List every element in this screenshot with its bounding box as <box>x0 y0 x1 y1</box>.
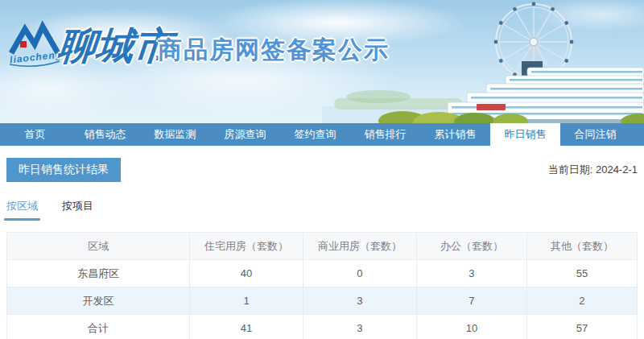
table-cell: 合计 <box>7 315 190 339</box>
nav-item-sales-trends[interactable]: 销售动态 <box>70 123 140 146</box>
column-header: 住宅用房（套数） <box>190 233 303 260</box>
site-header: liaocheng 聊城市 商品房网签备案公示 <box>0 0 644 123</box>
nav-item-home[interactable]: 首页 <box>0 123 70 146</box>
column-header: 商业用房（套数） <box>303 233 417 260</box>
building-sign <box>477 104 506 110</box>
sales-table-body: 东昌府区400355开发区1372合计4131057 <box>7 260 638 339</box>
column-header: 办公（套数） <box>416 233 526 260</box>
table-cell: 3 <box>303 287 417 315</box>
table-cell: 1 <box>190 287 303 315</box>
table-cell: 东昌府区 <box>7 260 190 287</box>
table-row: 开发区1372 <box>7 287 638 315</box>
tab-by-region[interactable]: 按区域 <box>6 199 38 221</box>
section-title-badge: 昨日销售统计结果 <box>6 158 121 182</box>
nav-item-contract-cancel[interactable]: 合同注销 <box>560 123 630 146</box>
column-header: 区域 <box>7 233 190 260</box>
table-cell: 41 <box>190 315 303 339</box>
nav-item-contract-query[interactable]: 签约查询 <box>280 123 350 146</box>
table-cell: 10 <box>416 315 526 339</box>
site-title: 商品房网签备案公示 <box>158 34 390 67</box>
nav-item-data-monitor[interactable]: 数据监测 <box>140 123 210 146</box>
section-header-row: 昨日销售统计结果 当前日期: 2024-2-1 <box>6 158 638 182</box>
table-cell: 7 <box>416 287 526 315</box>
table-cell: 57 <box>526 315 637 339</box>
table-cell: 40 <box>190 260 303 287</box>
page-content: 昨日销售统计结果 当前日期: 2024-2-1 按区域按项目 区域住宅用房（套数… <box>0 158 644 339</box>
view-tabs: 按区域按项目 <box>6 199 638 221</box>
current-date-label: 当前日期: <box>548 163 593 176</box>
nav-item-sales-ranking[interactable]: 销售排行 <box>350 123 420 146</box>
nav-item-cumulative-sales[interactable]: 累计销售 <box>420 123 490 146</box>
table-row: 东昌府区400355 <box>7 260 638 287</box>
sales-table: 区域住宅用房（套数）商业用房（套数）办公（套数）其他（套数） 东昌府区40035… <box>6 232 638 339</box>
table-row: 合计4131057 <box>7 315 638 339</box>
current-date: 当前日期: 2024-2-1 <box>548 163 638 177</box>
current-date-value: 2024-2-1 <box>596 163 638 176</box>
main-nav: 首页销售动态数据监测房源查询签约查询销售排行累计销售昨日销售合同注销 <box>0 123 644 146</box>
table-cell: 55 <box>526 260 637 287</box>
table-cell: 3 <box>303 315 417 339</box>
sales-table-head: 区域住宅用房（套数）商业用房（套数）办公（套数）其他（套数） <box>7 233 638 260</box>
table-cell: 2 <box>526 287 637 315</box>
column-header: 其他（套数） <box>526 233 637 260</box>
nav-item-listing-query[interactable]: 房源查询 <box>210 123 280 146</box>
tab-by-project[interactable]: 按项目 <box>62 199 93 221</box>
table-cell: 开发区 <box>7 287 190 315</box>
city-name-calligraphy: 聊城市 <box>56 21 174 72</box>
table-cell: 0 <box>303 260 417 287</box>
table-header-row: 区域住宅用房（套数）商业用房（套数）办公（套数）其他（套数） <box>7 233 638 260</box>
table-cell: 3 <box>416 260 526 287</box>
nav-item-yesterday-sales[interactable]: 昨日销售 <box>490 123 560 146</box>
